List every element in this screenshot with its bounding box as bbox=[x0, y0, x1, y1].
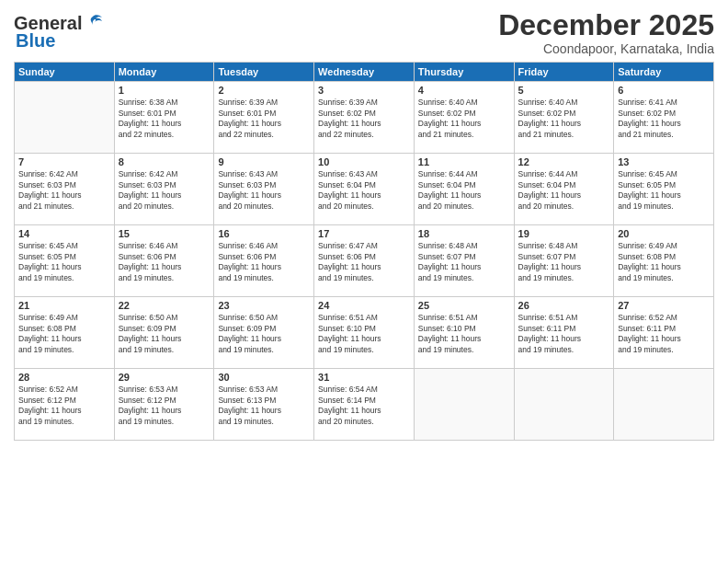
calendar-cell: 13Sunrise: 6:45 AMSunset: 6:05 PMDayligh… bbox=[614, 154, 714, 225]
day-number: 27 bbox=[618, 300, 710, 311]
calendar-header-friday: Friday bbox=[514, 63, 614, 82]
calendar-cell: 3Sunrise: 6:39 AMSunset: 6:02 PMDaylight… bbox=[314, 82, 415, 154]
calendar-cell: 21Sunrise: 6:49 AMSunset: 6:08 PMDayligh… bbox=[15, 297, 115, 369]
calendar-header-saturday: Saturday bbox=[614, 63, 714, 82]
month-title: December 2025 bbox=[498, 9, 714, 41]
calendar-week-3: 14Sunrise: 6:45 AMSunset: 6:05 PMDayligh… bbox=[15, 225, 714, 297]
day-number: 28 bbox=[18, 372, 110, 383]
day-info: Sunrise: 6:45 AMSunset: 6:05 PMDaylight:… bbox=[18, 241, 110, 283]
calendar-cell: 12Sunrise: 6:44 AMSunset: 6:04 PMDayligh… bbox=[514, 154, 614, 225]
day-info: Sunrise: 6:46 AMSunset: 6:06 PMDaylight:… bbox=[218, 241, 310, 283]
calendar-cell: 14Sunrise: 6:45 AMSunset: 6:05 PMDayligh… bbox=[15, 225, 115, 297]
calendar-cell: 11Sunrise: 6:44 AMSunset: 6:04 PMDayligh… bbox=[414, 154, 514, 225]
day-number: 3 bbox=[318, 85, 410, 96]
calendar-header-row: SundayMondayTuesdayWednesdayThursdayFrid… bbox=[15, 63, 714, 82]
day-number: 12 bbox=[518, 156, 610, 167]
day-info: Sunrise: 6:43 AMSunset: 6:04 PMDaylight:… bbox=[318, 169, 410, 212]
day-info: Sunrise: 6:41 AMSunset: 6:02 PMDaylight:… bbox=[618, 98, 710, 140]
day-number: 21 bbox=[18, 300, 110, 311]
day-number: 2 bbox=[218, 85, 310, 96]
calendar-week-4: 21Sunrise: 6:49 AMSunset: 6:08 PMDayligh… bbox=[15, 297, 714, 369]
header: General Blue December 2025 Coondapoor, K… bbox=[14, 9, 714, 56]
calendar-cell bbox=[15, 82, 115, 154]
calendar-cell bbox=[414, 369, 514, 441]
day-info: Sunrise: 6:48 AMSunset: 6:07 PMDaylight:… bbox=[518, 241, 610, 283]
day-info: Sunrise: 6:44 AMSunset: 6:04 PMDaylight:… bbox=[518, 169, 610, 212]
day-info: Sunrise: 6:46 AMSunset: 6:06 PMDaylight:… bbox=[119, 241, 210, 283]
day-info: Sunrise: 6:49 AMSunset: 6:08 PMDaylight:… bbox=[18, 313, 110, 355]
calendar-cell: 27Sunrise: 6:52 AMSunset: 6:11 PMDayligh… bbox=[614, 297, 714, 369]
day-number: 5 bbox=[518, 85, 610, 96]
day-info: Sunrise: 6:42 AMSunset: 6:03 PMDaylight:… bbox=[18, 169, 110, 212]
logo-bird-icon bbox=[84, 12, 104, 32]
calendar-cell: 10Sunrise: 6:43 AMSunset: 6:04 PMDayligh… bbox=[314, 154, 415, 225]
day-number: 31 bbox=[318, 372, 410, 383]
day-info: Sunrise: 6:48 AMSunset: 6:07 PMDaylight:… bbox=[418, 241, 510, 283]
calendar-week-1: 1Sunrise: 6:38 AMSunset: 6:01 PMDaylight… bbox=[15, 82, 714, 154]
day-info: Sunrise: 6:52 AMSunset: 6:11 PMDaylight:… bbox=[618, 313, 710, 355]
day-info: Sunrise: 6:52 AMSunset: 6:12 PMDaylight:… bbox=[18, 385, 110, 427]
calendar-header-monday: Monday bbox=[114, 63, 214, 82]
day-number: 30 bbox=[218, 372, 310, 383]
day-number: 19 bbox=[518, 228, 610, 239]
day-number: 24 bbox=[318, 300, 410, 311]
calendar-header-sunday: Sunday bbox=[15, 63, 115, 82]
day-number: 6 bbox=[618, 85, 710, 96]
calendar-cell: 31Sunrise: 6:54 AMSunset: 6:14 PMDayligh… bbox=[314, 369, 415, 441]
day-info: Sunrise: 6:43 AMSunset: 6:03 PMDaylight:… bbox=[218, 169, 310, 212]
day-number: 20 bbox=[618, 228, 710, 239]
calendar-cell: 8Sunrise: 6:42 AMSunset: 6:03 PMDaylight… bbox=[114, 154, 214, 225]
calendar-cell: 7Sunrise: 6:42 AMSunset: 6:03 PMDaylight… bbox=[15, 154, 115, 225]
calendar-cell: 30Sunrise: 6:53 AMSunset: 6:13 PMDayligh… bbox=[214, 369, 314, 441]
day-number: 9 bbox=[218, 156, 310, 167]
day-info: Sunrise: 6:44 AMSunset: 6:04 PMDaylight:… bbox=[418, 169, 510, 212]
day-info: Sunrise: 6:53 AMSunset: 6:13 PMDaylight:… bbox=[218, 385, 310, 427]
day-info: Sunrise: 6:40 AMSunset: 6:02 PMDaylight:… bbox=[518, 98, 610, 140]
day-info: Sunrise: 6:51 AMSunset: 6:10 PMDaylight:… bbox=[418, 313, 510, 355]
day-info: Sunrise: 6:54 AMSunset: 6:14 PMDaylight:… bbox=[318, 385, 410, 427]
calendar-cell: 26Sunrise: 6:51 AMSunset: 6:11 PMDayligh… bbox=[514, 297, 614, 369]
day-info: Sunrise: 6:50 AMSunset: 6:09 PMDaylight:… bbox=[218, 313, 310, 355]
day-info: Sunrise: 6:39 AMSunset: 6:01 PMDaylight:… bbox=[218, 98, 310, 140]
calendar-cell bbox=[514, 369, 614, 441]
day-info: Sunrise: 6:51 AMSunset: 6:11 PMDaylight:… bbox=[518, 313, 610, 355]
calendar-cell: 24Sunrise: 6:51 AMSunset: 6:10 PMDayligh… bbox=[314, 297, 415, 369]
calendar-week-2: 7Sunrise: 6:42 AMSunset: 6:03 PMDaylight… bbox=[15, 154, 714, 225]
calendar-cell: 28Sunrise: 6:52 AMSunset: 6:12 PMDayligh… bbox=[15, 369, 115, 441]
day-info: Sunrise: 6:45 AMSunset: 6:05 PMDaylight:… bbox=[618, 169, 710, 212]
calendar-cell: 4Sunrise: 6:40 AMSunset: 6:02 PMDaylight… bbox=[414, 82, 514, 154]
logo-blue: Blue bbox=[16, 30, 55, 52]
location-subtitle: Coondapoor, Karnataka, India bbox=[498, 41, 714, 56]
title-block: December 2025 Coondapoor, Karnataka, Ind… bbox=[498, 9, 714, 56]
day-number: 8 bbox=[119, 156, 210, 167]
calendar-cell bbox=[614, 369, 714, 441]
day-number: 17 bbox=[318, 228, 410, 239]
day-number: 10 bbox=[318, 156, 410, 167]
page: General Blue December 2025 Coondapoor, K… bbox=[0, 0, 728, 563]
day-number: 26 bbox=[518, 300, 610, 311]
calendar-cell: 16Sunrise: 6:46 AMSunset: 6:06 PMDayligh… bbox=[214, 225, 314, 297]
day-number: 16 bbox=[218, 228, 310, 239]
day-number: 25 bbox=[418, 300, 510, 311]
calendar-cell: 20Sunrise: 6:49 AMSunset: 6:08 PMDayligh… bbox=[614, 225, 714, 297]
calendar-cell: 23Sunrise: 6:50 AMSunset: 6:09 PMDayligh… bbox=[214, 297, 314, 369]
calendar-cell: 22Sunrise: 6:50 AMSunset: 6:09 PMDayligh… bbox=[114, 297, 214, 369]
calendar-header-tuesday: Tuesday bbox=[214, 63, 314, 82]
calendar-cell: 17Sunrise: 6:47 AMSunset: 6:06 PMDayligh… bbox=[314, 225, 415, 297]
day-info: Sunrise: 6:49 AMSunset: 6:08 PMDaylight:… bbox=[618, 241, 710, 283]
day-info: Sunrise: 6:38 AMSunset: 6:01 PMDaylight:… bbox=[119, 98, 210, 140]
day-info: Sunrise: 6:39 AMSunset: 6:02 PMDaylight:… bbox=[318, 98, 410, 140]
day-info: Sunrise: 6:53 AMSunset: 6:12 PMDaylight:… bbox=[119, 385, 210, 427]
day-number: 13 bbox=[618, 156, 710, 167]
calendar-cell: 15Sunrise: 6:46 AMSunset: 6:06 PMDayligh… bbox=[114, 225, 214, 297]
day-number: 4 bbox=[418, 85, 510, 96]
day-number: 11 bbox=[418, 156, 510, 167]
day-number: 14 bbox=[18, 228, 110, 239]
day-info: Sunrise: 6:47 AMSunset: 6:06 PMDaylight:… bbox=[318, 241, 410, 283]
calendar: SundayMondayTuesdayWednesdayThursdayFrid… bbox=[14, 62, 714, 441]
day-info: Sunrise: 6:51 AMSunset: 6:10 PMDaylight:… bbox=[318, 313, 410, 355]
day-number: 1 bbox=[119, 85, 210, 96]
calendar-cell: 9Sunrise: 6:43 AMSunset: 6:03 PMDaylight… bbox=[214, 154, 314, 225]
day-number: 23 bbox=[218, 300, 310, 311]
calendar-cell: 19Sunrise: 6:48 AMSunset: 6:07 PMDayligh… bbox=[514, 225, 614, 297]
